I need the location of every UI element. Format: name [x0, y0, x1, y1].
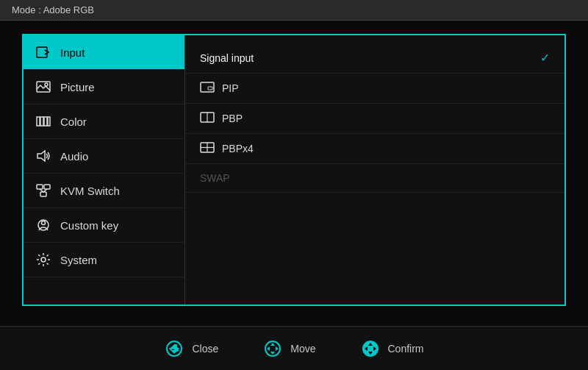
input-icon	[35, 44, 51, 60]
pbpx4-icon	[200, 142, 215, 155]
signal-input-label: Signal input	[200, 52, 254, 64]
svg-marker-29	[270, 352, 275, 355]
content-item-signal-input[interactable]: Signal input ✓	[185, 43, 564, 74]
top-bar: Mode : Adobe RGB	[0, 0, 588, 21]
svg-rect-0	[37, 47, 47, 57]
svg-rect-4	[40, 117, 43, 126]
svg-rect-5	[44, 117, 47, 126]
audio-icon	[35, 148, 51, 164]
svg-marker-25	[170, 344, 179, 349]
sidebar-item-picture-label: Picture	[60, 81, 95, 93]
svg-marker-31	[276, 346, 279, 351]
sidebar-item-color[interactable]: Color	[24, 104, 184, 139]
mode-label: Mode	[12, 4, 36, 15]
sidebar-item-system[interactable]: System	[24, 243, 184, 277]
content-item-pbpx4[interactable]: PBPx4	[185, 134, 564, 164]
svg-rect-8	[37, 185, 43, 189]
pip-icon	[200, 82, 215, 95]
svg-rect-3	[37, 117, 40, 126]
sidebar-item-input-label: Input	[60, 46, 85, 59]
svg-marker-28	[270, 343, 275, 346]
pbp-label: PBP	[222, 113, 243, 124]
custom-key-icon	[35, 217, 51, 233]
sidebar-item-custom-key[interactable]: Custom key	[24, 208, 184, 243]
svg-point-14	[42, 221, 46, 225]
sidebar-item-audio[interactable]: Audio	[24, 139, 184, 174]
color-icon	[35, 113, 51, 129]
pbp-icon	[200, 112, 215, 125]
pbpx4-label: PBPx4	[222, 143, 254, 154]
sidebar-item-kvm-switch[interactable]: KVM Switch	[24, 174, 184, 208]
sidebar-item-custom-key-label: Custom key	[60, 219, 118, 232]
signal-input-arrow: ✓	[540, 51, 550, 65]
svg-marker-7	[37, 151, 45, 161]
close-label: Close	[192, 343, 218, 355]
confirm-nav-icon	[360, 338, 381, 359]
content-item-pip[interactable]: PIP	[185, 74, 564, 104]
move-nav-icon	[262, 338, 283, 359]
picture-icon	[35, 79, 51, 95]
svg-rect-6	[48, 117, 50, 126]
svg-rect-17	[208, 87, 212, 90]
svg-marker-30	[267, 346, 270, 351]
bottom-close[interactable]: Close	[164, 338, 218, 359]
close-nav-icon	[164, 338, 184, 359]
bottom-bar: Close Move Confirm	[0, 326, 588, 370]
swap-label: SWAP	[200, 172, 230, 184]
sidebar-item-kvm-label: KVM Switch	[60, 185, 120, 197]
content-item-pbp[interactable]: PBP	[185, 104, 564, 134]
kvm-icon	[35, 182, 51, 199]
system-icon	[35, 252, 51, 268]
sidebar: Input Picture C	[24, 35, 185, 305]
mode-value: Adobe RGB	[43, 4, 94, 15]
main-panel: Input Picture C	[22, 34, 566, 306]
svg-rect-10	[40, 192, 46, 196]
pip-label: PIP	[222, 82, 239, 94]
sidebar-item-system-label: System	[60, 254, 97, 266]
sidebar-item-color-label: Color	[60, 115, 87, 128]
svg-point-2	[45, 83, 48, 86]
bottom-move[interactable]: Move	[262, 338, 315, 359]
svg-point-15	[41, 257, 46, 262]
move-label: Move	[290, 343, 315, 355]
svg-rect-9	[44, 185, 50, 189]
content-item-swap[interactable]: SWAP	[185, 164, 564, 193]
confirm-label: Confirm	[388, 343, 424, 355]
sidebar-item-picture[interactable]: Picture	[24, 70, 184, 104]
bottom-confirm[interactable]: Confirm	[360, 338, 424, 359]
sidebar-item-input[interactable]: Input	[24, 35, 184, 70]
content-area: Signal input ✓ PIP	[185, 35, 564, 305]
sidebar-item-audio-label: Audio	[60, 150, 88, 163]
